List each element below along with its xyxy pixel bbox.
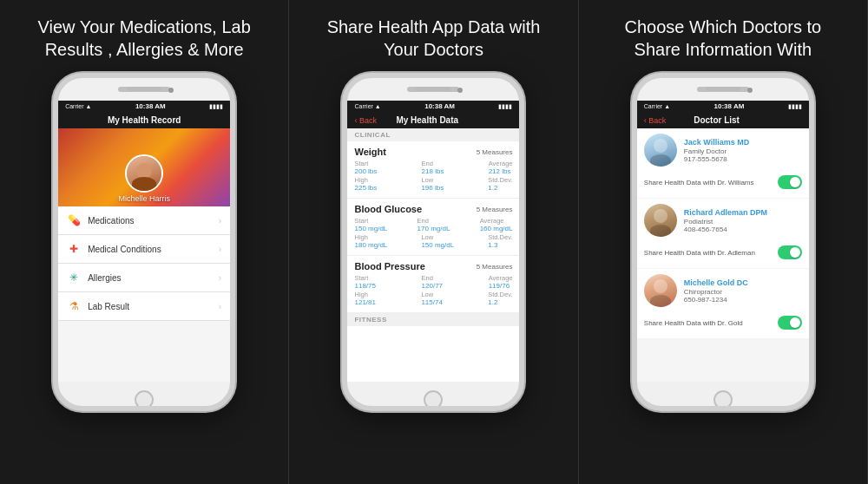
carrier-2: Carrier ▲ xyxy=(354,103,380,109)
phone-bottom-2 xyxy=(347,394,519,406)
doctor-card-adleman: Richard Adleman DPM Podiatrist 408-456-7… xyxy=(637,199,809,268)
bp-measures: 5 Measures xyxy=(477,263,513,271)
home-button-3[interactable] xyxy=(713,390,733,409)
panel-medications: View Your Medications, LabResults , Alle… xyxy=(0,0,289,484)
share-label-adleman: Share Health Data with Dr. Adleman xyxy=(644,249,755,257)
glucose-measures: 5 Measures xyxy=(477,206,513,213)
glucose-title: Blood Glucose xyxy=(354,204,422,214)
nav-title-3: Doctor List xyxy=(666,115,766,125)
glucose-avg-val: 160 mg/dL xyxy=(480,225,513,232)
bp-avg-val: 119/76 xyxy=(489,282,513,290)
share-row-williams: Share Health Data with Dr. Williams xyxy=(644,172,802,193)
weight-high-label: High xyxy=(354,176,377,184)
menu-list: 💊 Medications › ✚ Medical Conditions › ✳… xyxy=(58,206,230,382)
glucose-end-val: 170 mg/dL xyxy=(418,225,450,232)
doc-face-adleman xyxy=(644,204,677,237)
health-record-nav: My Health Record xyxy=(58,112,230,128)
phone-speaker-1 xyxy=(127,87,161,91)
toggle-gold[interactable] xyxy=(778,316,802,330)
weight-end-val: 218 lbs xyxy=(422,167,444,175)
carrier-3: Carrier ▲ xyxy=(644,103,670,109)
weight-end-label: End xyxy=(422,160,444,167)
status-bar-2: Carrier ▲ 10:38 AM ▮▮▮▮ xyxy=(347,101,519,112)
fitness-header: FITNESS xyxy=(347,313,519,326)
doctor-details-adleman: Richard Adleman DPM Podiatrist 408-456-7… xyxy=(684,208,802,233)
phone-speaker-3 xyxy=(706,87,740,91)
weight-avg-val: 212 lbs xyxy=(489,167,513,175)
doctor-specialty-adleman: Podiatrist xyxy=(684,218,802,226)
glucose-avg-label: Average xyxy=(480,217,513,225)
time-1: 10:38 AM xyxy=(135,102,166,110)
phone-frame-3: Carrier ▲ 10:38 AM ▮▮▮▮ ‹ Back Doctor Li… xyxy=(632,73,814,411)
glucose-std-label: Std.Dev. xyxy=(488,233,512,241)
panel-2-title: Share Health App Data withYour Doctors xyxy=(327,16,541,61)
weight-low-label: Low xyxy=(421,176,444,184)
weight-avg-label: Average xyxy=(489,160,513,167)
phone-screen-2: Carrier ▲ 10:38 AM ▮▮▮▮ ‹ Back My Health… xyxy=(347,101,519,382)
back-button-3[interactable]: ‹ Back xyxy=(644,116,667,125)
profile-avatar xyxy=(125,154,163,193)
conditions-icon: ✚ xyxy=(67,242,81,256)
bp-low-label: Low xyxy=(421,291,442,298)
glucose-start-label: Start xyxy=(354,217,387,225)
weight-std-val: 1.2 xyxy=(488,184,512,192)
status-bar-1: Carrier ▲ 10:38 AM ▮▮▮▮ xyxy=(58,101,230,112)
phone-speaker-2 xyxy=(416,87,450,91)
share-label-williams: Share Health Data with Dr. Williams xyxy=(644,179,754,186)
phone-screen-3: Carrier ▲ 10:38 AM ▮▮▮▮ ‹ Back Doctor Li… xyxy=(637,101,809,382)
time-2: 10:38 AM xyxy=(424,102,455,110)
data-screen: CLINICAL Weight 5 Measures Start200 lbs … xyxy=(347,128,519,382)
bp-end-label: End xyxy=(422,274,443,282)
toggle-adleman[interactable] xyxy=(778,245,802,259)
panel-1-title: View Your Medications, LabResults , Alle… xyxy=(37,16,250,61)
menu-item-conditions[interactable]: ✚ Medical Conditions › xyxy=(58,235,230,264)
bp-high-val: 121/81 xyxy=(354,298,375,306)
profile-name: Michelle Harris xyxy=(118,194,170,203)
doctor-specialty-williams: Family Doctor xyxy=(684,147,802,155)
home-button-1[interactable] xyxy=(135,390,154,409)
doctor-name-adleman: Richard Adleman DPM xyxy=(684,208,802,217)
status-bar-3: Carrier ▲ 10:38 AM ▮▮▮▮ xyxy=(637,101,809,112)
share-row-gold: Share Health Data with Dr. Gold xyxy=(644,312,802,333)
weight-title: Weight xyxy=(354,147,385,157)
time-3: 10:38 AM xyxy=(714,102,745,110)
phone-camera-1 xyxy=(168,88,174,93)
doctor-avatar-adleman xyxy=(644,204,677,237)
weight-section: Weight 5 Measures Start200 lbs End218 lb… xyxy=(347,141,519,199)
bp-start-val: 118/75 xyxy=(354,282,375,290)
doctor-card-williams: Jack Williams MD Family Doctor 917-555-5… xyxy=(637,128,809,198)
medications-chevron: › xyxy=(219,216,221,226)
battery-2: ▮▮▮▮ xyxy=(498,103,512,110)
panel-health-data: Share Health App Data withYour Doctors C… xyxy=(289,0,578,484)
phone-bottom-1 xyxy=(58,394,230,406)
glucose-std-val: 1.3 xyxy=(488,241,512,249)
doctor-avatar-gold xyxy=(644,274,677,307)
menu-item-lab[interactable]: ⚗ Lab Result › xyxy=(58,292,230,321)
weight-start-label: Start xyxy=(354,160,377,167)
doctor-phone-gold: 650-987-1234 xyxy=(684,296,802,304)
doctor-specialty-gold: Chiropractor xyxy=(684,288,802,296)
bp-std-val: 1.2 xyxy=(488,298,512,306)
bp-start-label: Start xyxy=(354,274,375,282)
health-record-title: My Health Record xyxy=(108,115,181,125)
home-button-2[interactable] xyxy=(424,390,443,409)
share-row-adleman: Share Health Data with Dr. Adleman xyxy=(644,242,802,263)
toggle-williams[interactable] xyxy=(778,175,802,189)
battery-3: ▮▮▮▮ xyxy=(788,103,802,110)
bp-std-label: Std.Dev. xyxy=(488,291,512,298)
weight-high-val: 225 lbs xyxy=(354,184,377,192)
phone-camera-2 xyxy=(457,88,463,93)
doctor-avatar-williams xyxy=(644,134,677,167)
glucose-low-label: Low xyxy=(421,233,454,241)
phone-frame-1: Carrier ▲ 10:38 AM ▮▮▮▮ My Health Record… xyxy=(53,73,235,411)
menu-item-medications[interactable]: 💊 Medications › xyxy=(58,206,230,235)
nav-bar-2: ‹ Back My Health Data xyxy=(347,112,519,128)
allergies-label: Allergies xyxy=(88,273,121,283)
panel-doctors: Choose Which Doctors toShare Information… xyxy=(579,0,868,484)
share-label-gold: Share Health Data with Dr. Gold xyxy=(644,319,743,327)
back-button-2[interactable]: ‹ Back xyxy=(354,116,377,125)
menu-item-allergies[interactable]: ✳ Allergies › xyxy=(58,264,230,292)
profile-banner: Michelle Harris xyxy=(58,128,230,206)
carrier-1: Carrier ▲ xyxy=(65,103,91,109)
bp-low-val: 115/74 xyxy=(421,298,442,306)
